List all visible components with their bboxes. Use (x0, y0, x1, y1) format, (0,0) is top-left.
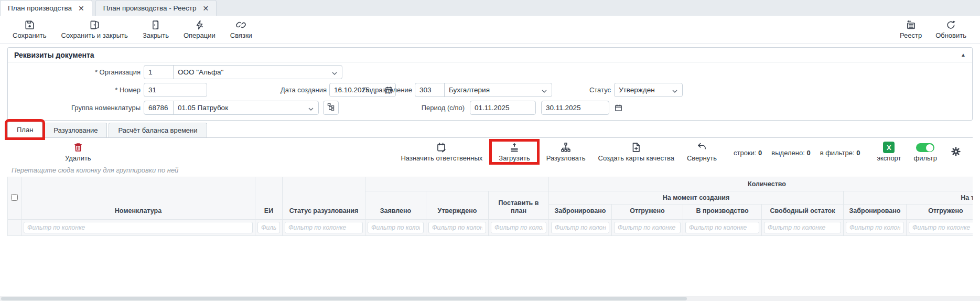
save-and-close-icon (89, 19, 100, 30)
filter-input-put-in-plan[interactable] (491, 222, 546, 233)
column-header-reserved-1[interactable]: Забронировано (549, 205, 612, 220)
chevron-down-icon (672, 85, 677, 95)
column-header-free-balance[interactable]: Свободный остаток (762, 205, 844, 220)
load-button[interactable]: Загрузить (492, 142, 536, 162)
column-header-unit[interactable]: ЕИ (255, 177, 283, 220)
department-label: Подразделение (333, 83, 412, 97)
assign-responsible-button[interactable]: Назначить ответственных (397, 142, 486, 162)
links-button[interactable]: Связки (230, 19, 252, 39)
tab-explosion[interactable]: Разузлование (44, 123, 107, 137)
door-close-icon (150, 19, 161, 30)
filter-cell-empty (8, 220, 21, 236)
department-field[interactable]: 303 Бухгалтерия (415, 83, 552, 97)
column-header-requested[interactable]: Заявлено (365, 191, 426, 220)
number-label: * Номер (8, 83, 141, 97)
operations-button[interactable]: Операции (184, 19, 216, 39)
creation-date-label: Дата создания (233, 83, 327, 97)
column-header-approved[interactable]: Утверждено (426, 191, 489, 220)
organization-name: ООО "Альфа" (174, 66, 330, 79)
lightning-icon (194, 19, 205, 30)
tab-plan[interactable]: План (7, 122, 42, 137)
export-excel-button[interactable]: X экспорт (874, 142, 904, 162)
filter-toggle-button[interactable]: фильтр (911, 142, 940, 162)
save-and-close-button[interactable]: Сохранить и закрыть (61, 19, 128, 39)
scrollbar-thumb[interactable] (1, 297, 687, 300)
link-icon (235, 19, 246, 30)
filter-input-nomenclature[interactable] (24, 222, 253, 233)
column-header-shipped-2[interactable]: Отгружено (907, 205, 973, 220)
close-button[interactable]: Закрыть (143, 19, 169, 39)
department-name: Бухгалтерия (445, 83, 540, 96)
nomen-group-name: 01.05 Патрубок (174, 101, 306, 114)
tab-plan-label: План (17, 126, 33, 134)
window-tab-plan-registry[interactable]: План производства - Реестр ✕ (95, 0, 217, 16)
collapse-rows-button[interactable]: Свернуть (684, 142, 720, 162)
refresh-button[interactable]: Обновить (935, 19, 966, 39)
trash-icon (72, 142, 84, 153)
excel-icon: X (883, 142, 895, 153)
collapse-panel-icon[interactable]: ▲ (961, 52, 966, 58)
window-tab-bar: План производства ✕ План производства - … (0, 0, 980, 16)
filter-input-reserved-2[interactable] (846, 222, 904, 233)
select-all-checkbox[interactable] (11, 194, 18, 201)
delete-button[interactable]: Удалить (62, 142, 94, 162)
column-header-nomenclature[interactable]: Номенклатура (21, 177, 255, 220)
nomen-group-tree-button[interactable] (323, 101, 339, 115)
period-from-input[interactable] (470, 101, 536, 115)
horizontal-scrollbar (0, 296, 980, 301)
column-header-shipped-1[interactable]: Отгружено (612, 205, 683, 220)
grid-toolbar: Удалить Назначить ответственных Загрузит… (7, 138, 973, 166)
group-header-empty (365, 177, 549, 191)
status-label: Статус (553, 83, 611, 97)
nomen-group-label: Группа номенклатуры (29, 101, 141, 115)
organization-code: 1 (144, 66, 174, 79)
explode-button[interactable]: Разузловать (543, 142, 589, 162)
grid-header: Номенклатура ЕИ Статус разузлования Коли… (7, 177, 973, 236)
grid-counters: строки: 0 выделено: 0 в фильтре: 0 (734, 149, 860, 157)
chevron-down-icon (542, 85, 547, 95)
create-quality-cards-button[interactable]: Создать карты качества (595, 142, 677, 162)
period-to-input[interactable] (541, 101, 609, 115)
filter-input-shipped-2[interactable] (909, 222, 973, 233)
filter-input-in-production[interactable] (685, 222, 759, 233)
calendar-icon[interactable] (615, 104, 622, 114)
filtered-counter: в фильтре: 0 (820, 149, 860, 157)
filter-input-requested[interactable] (368, 222, 424, 233)
calendar-edit-icon (436, 142, 447, 153)
groupby-hint: Перетащите сюда колонку для группировки … (7, 166, 973, 177)
filter-input-unit[interactable] (257, 222, 280, 233)
nomen-group-field[interactable]: 68786 01.05 Патрубок (144, 101, 319, 115)
status-select[interactable]: Утвержден (614, 83, 683, 97)
filter-input-explosion-status[interactable] (285, 222, 363, 233)
tab-time-balance[interactable]: Расчёт баланса времени (109, 123, 207, 137)
filter-input-shipped-1[interactable] (614, 222, 681, 233)
toggle-on-icon[interactable] (916, 143, 934, 152)
save-button[interactable]: Сохранить (13, 19, 47, 39)
upload-icon (509, 142, 520, 153)
registry-button[interactable]: Реестр (900, 19, 922, 39)
grid-settings-button[interactable] (951, 146, 961, 159)
save-icon (24, 19, 35, 30)
window-tab-plan-registry-label: План производства - Реестр (103, 4, 197, 12)
document-plus-icon (630, 142, 642, 153)
tree-view-icon (327, 103, 335, 113)
close-icon[interactable]: ✕ (202, 5, 209, 12)
filter-input-reserved-1[interactable] (551, 222, 609, 233)
group-header-quantity: Количество (549, 177, 973, 191)
column-header-put-in-plan[interactable]: Поставить в план (489, 191, 549, 220)
filter-input-approved[interactable] (428, 222, 486, 233)
window-tab-plan[interactable]: План производства ✕ (0, 0, 92, 16)
hierarchy-icon (560, 142, 572, 153)
organization-field[interactable]: 1 ООО "Альфа" (144, 65, 342, 79)
number-input[interactable] (144, 83, 207, 97)
close-icon[interactable]: ✕ (78, 5, 84, 12)
column-header-reserved-2[interactable]: Забронировано (844, 205, 907, 220)
column-header-explosion-status[interactable]: Статус разузлования (283, 177, 365, 220)
status-value: Утвержден (615, 83, 670, 96)
column-header-in-production[interactable]: В производство (683, 205, 762, 220)
group-header-at-current: На теку (844, 191, 973, 205)
group-header-at-creation: На момент создания (549, 191, 844, 205)
filter-input-free-balance[interactable] (764, 222, 841, 233)
selected-counter: выделено: 0 (771, 149, 810, 157)
select-all-cell (8, 177, 21, 220)
